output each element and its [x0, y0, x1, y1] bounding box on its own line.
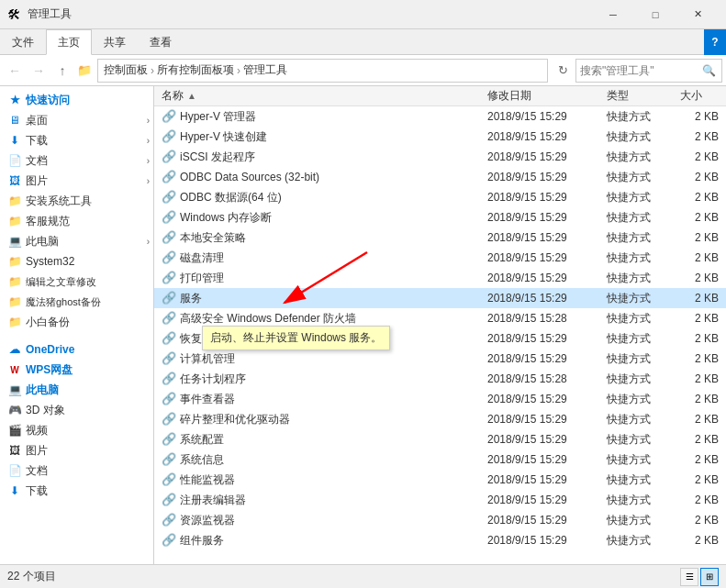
main-layout: ★ 快速访问 🖥 桌面 › ⬇ 下载 › 📄 文档 › 🖼 图片 › — [0, 86, 726, 564]
item-count: 22 个项目 — [7, 569, 56, 584]
file-size-cell: 2 KB — [676, 110, 722, 123]
sidebar-section-quickaccess[interactable]: ★ 快速访问 — [0, 90, 153, 110]
file-type-cell: 快捷方式 — [603, 452, 676, 468]
tab-file[interactable]: 文件 — [0, 29, 46, 55]
folder-icon: 📁 — [7, 194, 22, 208]
file-date-cell: 2018/9/15 15:29 — [484, 130, 603, 143]
sidebar-item-articles[interactable]: 📁 编辑之文章修改 — [0, 272, 153, 292]
sidebar-item-customer-service[interactable]: 📁 客服规范 — [0, 211, 153, 231]
search-box[interactable]: 🔍 — [575, 59, 722, 83]
table-row[interactable]: 🔗 事件查看器 2018/9/15 15:29 快捷方式 2 KB — [154, 389, 726, 409]
file-icon: 🔗 — [162, 210, 176, 225]
sidebar-section-thispc2[interactable]: 💻 此电脑 — [0, 380, 153, 400]
table-row[interactable]: 🔗 碎片整理和优化驱动器 2018/9/15 15:29 快捷方式 2 KB — [154, 409, 726, 429]
address-path[interactable]: 控制面板 › 所有控制面板项 › 管理工具 — [97, 59, 548, 83]
forward-button[interactable]: → — [28, 59, 50, 83]
table-row[interactable]: 🔗 服务 2018/9/15 15:29 快捷方式 2 KB — [154, 288, 726, 308]
table-row[interactable]: 🔗 注册表编辑器 2018/9/15 15:29 快捷方式 2 KB — [154, 490, 726, 510]
minimize-button[interactable]: ─ — [592, 0, 634, 29]
file-size-cell: 2 KB — [676, 272, 722, 284]
file-date-cell: 2018/9/15 15:29 — [484, 332, 603, 345]
sidebar-item-video[interactable]: 🎬 视频 — [0, 420, 153, 440]
file-icon: 🔗 — [162, 109, 176, 124]
col-size[interactable]: 大小 — [676, 88, 722, 104]
chevron-right-icon: › — [147, 156, 150, 166]
sidebar-item-ghost[interactable]: 📁 魔法猪ghost备份 — [0, 292, 153, 312]
sidebar-section-onedrive[interactable]: ☁ OneDrive — [0, 339, 153, 360]
file-size-cell: 2 KB — [676, 433, 722, 446]
table-row[interactable]: 🔗 系统配置 2018/9/15 15:29 快捷方式 2 KB — [154, 429, 726, 449]
file-type-cell: 快捷方式 — [603, 250, 676, 266]
sidebar-item-downloads2[interactable]: ⬇ 下载 — [0, 481, 153, 501]
tab-view[interactable]: 查看 — [138, 29, 184, 55]
table-row[interactable]: 🔗 组件服务 2018/9/15 15:29 快捷方式 2 KB — [154, 530, 726, 550]
table-row[interactable]: 🔗 资源监视器 2018/9/15 15:29 快捷方式 2 KB — [154, 510, 726, 530]
file-date-cell: 2018/9/15 15:29 — [484, 211, 603, 224]
file-icon: 🔗 — [162, 331, 176, 346]
sidebar-item-pictures2[interactable]: 🖼 图片 — [0, 440, 153, 460]
file-type-cell: 快捷方式 — [603, 412, 676, 427]
download-icon: ⬇ — [7, 133, 22, 148]
sidebar-item-desktop[interactable]: 🖥 桌面 › — [0, 110, 153, 130]
breadcrumb-controlpanel[interactable]: 控制面板 — [102, 62, 150, 78]
sidebar-item-3d[interactable]: 🎮 3D 对象 — [0, 400, 153, 420]
sidebar-item-thispc[interactable]: 💻 此电脑 › — [0, 231, 153, 251]
file-date-cell: 2018/9/15 15:29 — [484, 393, 603, 405]
table-row[interactable]: 🔗 恢复驱动器 2018/9/15 15:29 快捷方式 2 KB — [154, 328, 726, 349]
pictures-icon: 🖼 — [7, 173, 22, 188]
sidebar-item-pictures[interactable]: 🖼 图片 › — [0, 171, 153, 191]
col-date[interactable]: 修改日期 — [484, 88, 603, 104]
table-row[interactable]: 🔗 Hyper-V 管理器 2018/9/15 15:29 快捷方式 2 KB — [154, 106, 726, 127]
table-row[interactable]: 🔗 系统信息 2018/9/15 15:29 快捷方式 2 KB — [154, 449, 726, 470]
sidebar-item-documents2[interactable]: 📄 文档 — [0, 460, 153, 481]
sidebar-item-install-tools[interactable]: 📁 安装系统工具 — [0, 191, 153, 211]
file-icon: 🔗 — [162, 493, 176, 507]
maximize-button[interactable]: □ — [634, 0, 676, 29]
help-button[interactable]: ? — [704, 29, 726, 55]
back-button[interactable]: ← — [4, 59, 26, 83]
sidebar-item-documents[interactable]: 📄 文档 › — [0, 150, 153, 171]
table-row[interactable]: 🔗 计算机管理 2018/9/15 15:29 快捷方式 2 KB — [154, 349, 726, 369]
table-row[interactable]: 🔗 Windows 内存诊断 2018/9/15 15:29 快捷方式 2 KB — [154, 207, 726, 227]
table-row[interactable]: 🔗 磁盘清理 2018/9/15 15:29 快捷方式 2 KB — [154, 248, 726, 268]
tab-share[interactable]: 共享 — [92, 29, 138, 55]
file-size-cell: 2 KB — [676, 231, 722, 244]
sidebar-section-wps[interactable]: W WPS网盘 — [0, 360, 153, 380]
table-row[interactable]: 🔗 任务计划程序 2018/9/15 15:28 快捷方式 2 KB — [154, 369, 726, 389]
sidebar-item-whitebak[interactable]: 📁 小白备份 — [0, 312, 153, 332]
file-name-cell: 🔗 高级安全 Windows Defender 防火墙 — [158, 311, 484, 327]
close-button[interactable]: ✕ — [676, 0, 719, 29]
table-row[interactable]: 🔗 性能监视器 2018/9/15 15:29 快捷方式 2 KB — [154, 470, 726, 490]
col-type[interactable]: 类型 — [603, 88, 676, 104]
col-name[interactable]: 名称 ▲ — [158, 88, 484, 104]
file-icon: 🔗 — [162, 150, 176, 164]
file-date-cell: 2018/9/15 15:28 — [484, 372, 603, 385]
table-row[interactable]: 🔗 Hyper-V 快速创建 2018/9/15 15:29 快捷方式 2 KB — [154, 127, 726, 147]
sort-asc-icon: ▲ — [187, 91, 196, 101]
table-row[interactable]: 🔗 ODBC Data Sources (32-bit) 2018/9/15 1… — [154, 167, 726, 187]
table-row[interactable]: 🔗 本地安全策略 2018/9/15 15:29 快捷方式 2 KB — [154, 227, 726, 248]
table-row[interactable]: 🔗 打印管理 2018/9/15 15:29 快捷方式 2 KB — [154, 268, 726, 288]
file-type-cell: 快捷方式 — [603, 170, 676, 185]
video-icon: 🎬 — [7, 423, 22, 438]
breadcrumb-allitems[interactable]: 所有控制面板项 — [155, 62, 236, 78]
table-row[interactable]: 🔗 iSCSI 发起程序 2018/9/15 15:29 快捷方式 2 KB — [154, 147, 726, 167]
file-type-cell: 快捷方式 — [603, 150, 676, 165]
refresh-button[interactable]: ↻ — [552, 59, 574, 83]
sidebar-item-system32[interactable]: 📁 System32 — [0, 251, 153, 272]
file-icon: 🔗 — [162, 250, 176, 265]
table-row[interactable]: 🔗 ODBC 数据源(64 位) 2018/9/15 15:29 快捷方式 2 … — [154, 187, 726, 207]
icon-view-button[interactable]: ⊞ — [700, 568, 719, 586]
search-input[interactable] — [580, 64, 699, 77]
table-row[interactable]: 🔗 高级安全 Windows Defender 防火墙 2018/9/15 15… — [154, 308, 726, 328]
sidebar-item-downloads[interactable]: ⬇ 下载 › — [0, 130, 153, 150]
tab-home[interactable]: 主页 — [46, 29, 92, 55]
detail-view-button[interactable]: ☰ — [680, 568, 698, 586]
file-type-cell: 快捷方式 — [603, 230, 676, 246]
up-button[interactable]: ↑ — [51, 59, 73, 83]
file-date-cell: 2018/9/15 15:29 — [484, 191, 603, 204]
file-size-cell: 2 KB — [676, 211, 722, 224]
search-icon[interactable]: 🔍 — [699, 64, 718, 77]
breadcrumb-current[interactable]: 管理工具 — [241, 62, 289, 78]
file-name-cell: 🔗 资源监视器 — [158, 513, 484, 528]
